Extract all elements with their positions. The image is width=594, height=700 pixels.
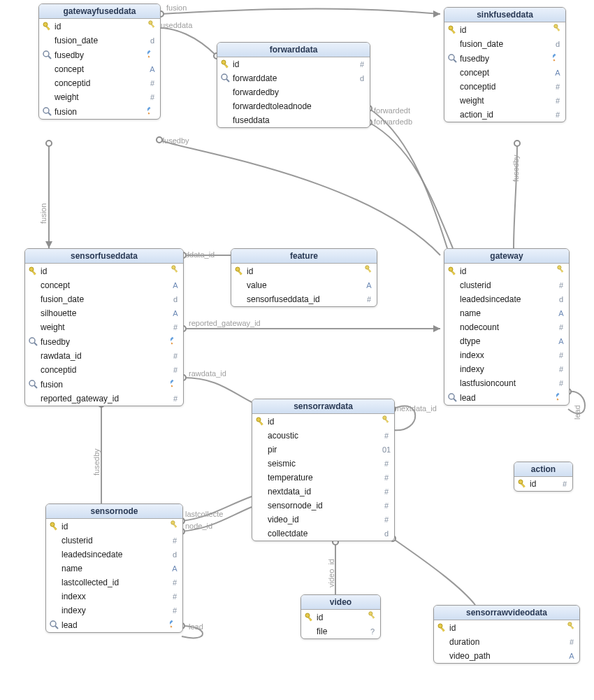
column-row[interactable]: concept: [444, 66, 565, 80]
column-row[interactable]: fuseddata: [217, 113, 370, 127]
column-row[interactable]: forwarddate: [217, 71, 370, 85]
column-row[interactable]: id: [444, 22, 565, 37]
column-row[interactable]: id: [434, 620, 579, 635]
column-row[interactable]: id: [444, 264, 569, 278]
table-sinkfuseddata[interactable]: sinkfuseddata idfusion_datefusedbyconcep…: [444, 7, 566, 122]
column-name: concept: [55, 63, 146, 76]
column-row[interactable]: name: [444, 306, 569, 320]
column-row[interactable]: file: [301, 624, 380, 638]
column-row[interactable]: leadedsincedate: [444, 292, 569, 306]
table-sensornode[interactable]: sensornode idclusteridleadedsincedatenam…: [45, 503, 183, 633]
column-row[interactable]: sensornode_id: [252, 499, 394, 513]
table-sensorrawdata[interactable]: sensorrawdata idacousticpirseismictemper…: [252, 399, 395, 541]
column-name: weight: [55, 91, 146, 103]
column-row[interactable]: value: [231, 278, 377, 292]
column-name: dtype: [460, 335, 555, 348]
column-name: conceptid: [41, 364, 169, 376]
table-sensorfuseddata[interactable]: sensorfuseddata idconceptfusion_datesilh…: [24, 248, 184, 406]
column-row[interactable]: nodecount: [444, 320, 569, 334]
column-row[interactable]: weight: [444, 94, 565, 108]
column-row[interactable]: seismic: [252, 457, 394, 471]
type-number-icon: [556, 377, 566, 390]
table-gateway[interactable]: gateway idclusteridleadedsincedatenameno…: [444, 248, 570, 406]
edge-label-fusedby: fusedby: [162, 136, 189, 145]
column-row[interactable]: indexx: [46, 590, 182, 603]
edge-label-reported_gateway_id: reported_gateway_id: [189, 319, 261, 327]
column-row[interactable]: fusedby: [444, 51, 565, 66]
column-row[interactable]: nextdata_id: [252, 485, 394, 499]
column-row[interactable]: weight: [25, 320, 183, 334]
columns: idfusion_datefusedbyconceptconceptidweig…: [39, 19, 160, 119]
column-row[interactable]: id: [217, 57, 370, 71]
column-row[interactable]: sensorfuseddata_id: [231, 292, 377, 306]
column-row[interactable]: pir: [252, 443, 394, 457]
column-name: video_path: [449, 650, 565, 662]
column-row[interactable]: clusterid: [444, 278, 569, 292]
column-row[interactable]: video_path: [434, 649, 579, 663]
column-row[interactable]: concept: [39, 62, 160, 76]
type-ref-icon: [171, 335, 180, 348]
column-name: indexy: [61, 604, 168, 617]
type-date-icon: [556, 293, 566, 306]
column-row[interactable]: id: [514, 477, 572, 491]
column-row[interactable]: rawdata_id: [25, 349, 183, 363]
type-ref-icon: [171, 378, 180, 391]
column-row[interactable]: clusterid: [46, 534, 182, 548]
column-name: id: [530, 478, 558, 490]
column-row[interactable]: fusion: [39, 104, 160, 119]
column-row[interactable]: leadedsincedate: [46, 548, 182, 562]
column-row[interactable]: lastcollected_id: [46, 576, 182, 590]
key-icon: [220, 59, 231, 70]
column-row[interactable]: lead: [46, 617, 182, 632]
table-gatewayfuseddata[interactable]: gatewayfuseddata idfusion_datefusedbycon…: [38, 3, 161, 120]
column-row[interactable]: indexy: [46, 603, 182, 617]
column-name: concept: [41, 279, 169, 292]
column-row[interactable]: video_id: [252, 513, 394, 527]
column-row[interactable]: id: [252, 414, 394, 429]
column-row[interactable]: conceptid: [39, 76, 160, 90]
column-row[interactable]: duration: [434, 635, 579, 649]
column-row[interactable]: dtype: [444, 334, 569, 348]
magnifier-icon: [42, 50, 53, 61]
column-row[interactable]: acoustic: [252, 429, 394, 443]
column-row[interactable]: name: [46, 562, 182, 576]
column-row[interactable]: fusion_date: [444, 37, 565, 51]
column-row[interactable]: weight: [39, 90, 160, 104]
column-row[interactable]: conceptid: [25, 363, 183, 377]
column-name: id: [61, 520, 168, 533]
column-name: id: [268, 415, 380, 428]
column-row[interactable]: forwardedtoleadnode: [217, 99, 370, 113]
column-row[interactable]: lead: [444, 390, 569, 405]
column-row[interactable]: id: [231, 264, 377, 278]
column-row[interactable]: id: [46, 519, 182, 534]
table-action[interactable]: action id: [514, 462, 573, 492]
column-row[interactable]: forwardedby: [217, 85, 370, 99]
column-row[interactable]: indexx: [444, 348, 569, 362]
column-row[interactable]: fusion_date: [25, 292, 183, 306]
table-forwarddata[interactable]: forwarddata idforwarddateforwardedbyforw…: [217, 42, 370, 128]
column-row[interactable]: lastfusioncount: [444, 376, 569, 390]
column-row[interactable]: fusedby: [39, 48, 160, 62]
column-row[interactable]: concept: [25, 278, 183, 292]
column-row[interactable]: id: [39, 19, 160, 34]
table-sensorrawvideodata[interactable]: sensorrawvideodata iddurationvideo_path: [433, 605, 580, 664]
column-row[interactable]: collectdate: [252, 527, 394, 541]
table-title: sensorfuseddata: [25, 249, 183, 264]
type-bool-icon: [382, 443, 391, 456]
column-row[interactable]: indexy: [444, 362, 569, 376]
column-row[interactable]: fusedby: [25, 334, 183, 349]
column-row[interactable]: silhouette: [25, 306, 183, 320]
column-row[interactable]: temperature: [252, 471, 394, 485]
table-video[interactable]: video idfile: [300, 594, 381, 639]
type-number-icon: [382, 513, 391, 526]
column-row[interactable]: id: [25, 264, 183, 278]
column-name: acoustic: [268, 429, 380, 442]
column-row[interactable]: fusion: [25, 377, 183, 392]
column-row[interactable]: id: [301, 610, 380, 624]
type-text-icon: [556, 335, 566, 348]
column-row[interactable]: conceptid: [444, 80, 565, 94]
table-feature[interactable]: feature idvaluesensorfuseddata_id: [231, 248, 377, 307]
column-row[interactable]: action_id: [444, 108, 565, 122]
column-row[interactable]: reported_gateway_id: [25, 392, 183, 406]
column-row[interactable]: fusion_date: [39, 34, 160, 48]
